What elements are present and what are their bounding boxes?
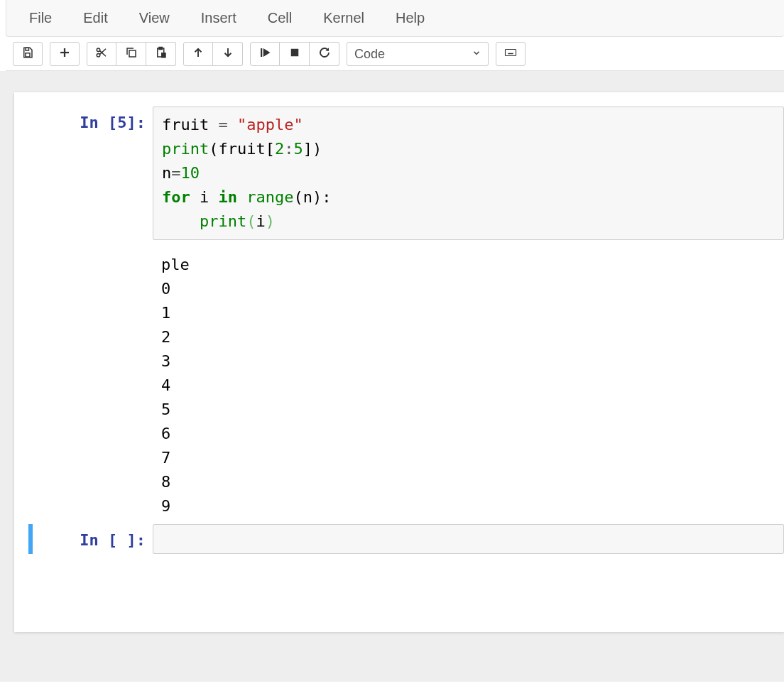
- menubar: File Edit View Insert Cell Kernel Help: [6, 0, 784, 37]
- run-icon: [258, 46, 271, 61]
- toolbar: Code: [6, 37, 784, 71]
- restart-icon: [318, 46, 331, 61]
- cell-type-select[interactable]: Code: [347, 42, 489, 66]
- input-prompt: In [ ]:: [28, 524, 153, 554]
- move-down-button[interactable]: [213, 42, 243, 66]
- menu-file[interactable]: File: [13, 1, 67, 35]
- svg-rect-16: [290, 49, 298, 57]
- menu-kernel[interactable]: Kernel: [307, 1, 380, 35]
- menu-edit[interactable]: Edit: [67, 1, 123, 35]
- code-input[interactable]: fruit = "apple" print(fruit[2:5]) n=10 f…: [153, 107, 784, 240]
- input-prompt: In [5]:: [28, 107, 153, 240]
- svg-rect-0: [26, 48, 29, 50]
- keyboard-icon: [504, 46, 517, 61]
- save-button[interactable]: [13, 42, 43, 66]
- cut-button[interactable]: [87, 42, 116, 66]
- svg-rect-8: [129, 50, 136, 57]
- code-cell[interactable]: In [ ]:: [28, 524, 784, 554]
- insert-cell-button[interactable]: [50, 42, 80, 66]
- plus-icon: [58, 46, 71, 61]
- paste-button[interactable]: [146, 42, 176, 66]
- copy-button[interactable]: [116, 42, 146, 66]
- stop-icon: [288, 46, 301, 61]
- cell-type-select-wrap: Code: [347, 42, 489, 66]
- arrow-up-icon: [192, 46, 205, 61]
- restart-button[interactable]: [310, 42, 339, 66]
- code-cell[interactable]: In [5]:fruit = "apple" print(fruit[2:5])…: [28, 107, 784, 240]
- menu-insert[interactable]: Insert: [185, 1, 252, 35]
- paste-icon: [155, 46, 168, 61]
- copy-icon: [125, 46, 138, 61]
- move-up-button[interactable]: [183, 42, 213, 66]
- svg-rect-11: [161, 53, 166, 58]
- command-palette-button[interactable]: [496, 42, 526, 66]
- svg-rect-1: [26, 53, 30, 57]
- scissors-icon: [95, 46, 108, 61]
- code-input[interactable]: [153, 524, 784, 554]
- arrow-down-icon: [222, 46, 234, 61]
- menu-view[interactable]: View: [124, 1, 185, 35]
- svg-marker-15: [263, 48, 271, 57]
- menu-cell[interactable]: Cell: [252, 1, 307, 35]
- svg-rect-10: [159, 48, 163, 50]
- notebook-container: In [5]:fruit = "apple" print(fruit[2:5])…: [0, 71, 784, 682]
- svg-rect-17: [506, 50, 516, 56]
- interrupt-button[interactable]: [280, 42, 310, 66]
- run-button[interactable]: [250, 42, 280, 66]
- cell-output: ple 0 1 2 3 4 5 6 7 8 9: [153, 247, 784, 524]
- menu-help[interactable]: Help: [380, 1, 440, 35]
- svg-rect-14: [261, 48, 262, 57]
- save-icon: [21, 46, 34, 61]
- notebook: In [5]:fruit = "apple" print(fruit[2:5])…: [14, 92, 784, 632]
